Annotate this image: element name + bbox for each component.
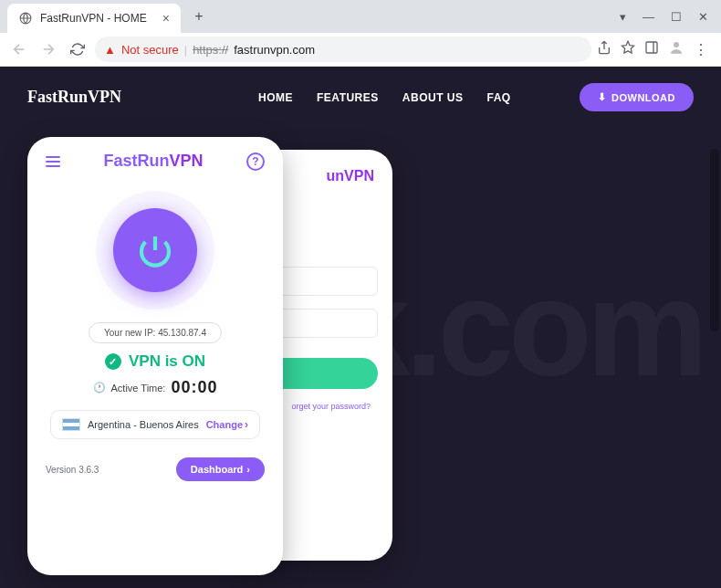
back-button[interactable] xyxy=(7,37,31,61)
download-icon: ⬇ xyxy=(598,91,607,103)
location-selector[interactable]: Argentina - Buenos Aires Change › xyxy=(50,410,260,439)
version-label: Version 3.6.3 xyxy=(46,465,99,475)
download-button[interactable]: ⬇ DOWNLOAD xyxy=(580,83,695,111)
menu-icon[interactable] xyxy=(46,156,60,167)
vpn-status: ✓ VPN is ON xyxy=(46,352,265,371)
close-tab-icon[interactable]: × xyxy=(162,11,170,26)
browser-tab[interactable]: FastRunVPN - HOME × xyxy=(7,4,181,33)
chevron-right-icon: › xyxy=(245,418,248,431)
scrollbar-thumb[interactable] xyxy=(710,149,719,331)
svg-point-4 xyxy=(674,42,679,47)
browser-chrome: FastRunVPN - HOME × + ▾ — ☐ ✕ ▲ Not secu… xyxy=(0,0,721,67)
nav-features[interactable]: FEATURES xyxy=(317,91,379,104)
profile-icon[interactable] xyxy=(668,39,684,59)
app-card-main: FastRunVPN ? Your new IP: 45.130.87.4 ✓ … xyxy=(27,137,283,575)
app-logo: FastRunVPN xyxy=(103,152,203,171)
power-glow xyxy=(96,191,214,310)
site-logo[interactable]: FastRunVPN xyxy=(27,88,121,107)
not-secure-label: Not secure xyxy=(121,43,179,57)
change-location-link[interactable]: Change › xyxy=(206,418,248,431)
menu-icon[interactable]: ⋮ xyxy=(694,41,708,58)
page-header: FastRunVPN HOME FEATURES ABOUT US FAQ ⬇ … xyxy=(0,67,721,128)
url-domain: fastrunvpn.com xyxy=(234,43,315,57)
svg-rect-2 xyxy=(646,42,657,53)
clock-icon: 🕐 xyxy=(93,382,106,394)
nav-faq[interactable]: FAQ xyxy=(486,91,510,104)
nav-about[interactable]: ABOUT US xyxy=(402,91,464,104)
tab-bar: FastRunVPN - HOME × + ▾ — ☐ ✕ xyxy=(0,0,721,33)
warning-icon: ▲ xyxy=(104,43,116,57)
close-window-icon[interactable]: ✕ xyxy=(698,10,708,24)
new-tab-button[interactable]: + xyxy=(188,8,210,25)
nav-home[interactable]: HOME xyxy=(258,91,293,104)
dashboard-button[interactable]: Dashboard › xyxy=(176,457,265,481)
check-icon: ✓ xyxy=(105,353,121,370)
forward-button[interactable] xyxy=(37,37,60,61)
active-time-value: 00:00 xyxy=(171,378,217,397)
logo-part-1: FastRun xyxy=(103,152,169,170)
logo-part-2: VPN xyxy=(169,152,203,170)
panel-icon[interactable] xyxy=(644,40,659,58)
svg-marker-1 xyxy=(622,41,633,53)
share-icon[interactable] xyxy=(597,40,611,58)
minimize-icon[interactable]: — xyxy=(643,10,654,24)
page-content: pcrisk.com FastRunVPN HOME FEATURES ABOU… xyxy=(0,67,721,588)
active-time: 🕐 Active Time: 00:00 xyxy=(46,378,265,397)
chevron-right-icon: › xyxy=(246,464,250,475)
globe-icon xyxy=(18,11,33,26)
star-icon[interactable] xyxy=(621,40,635,58)
ip-address-pill: Your new IP: 45.130.87.4 xyxy=(89,322,222,343)
power-icon xyxy=(137,232,173,268)
reload-button[interactable] xyxy=(66,37,89,61)
change-label: Change xyxy=(206,419,243,430)
dashboard-label: Dashboard xyxy=(191,464,243,475)
chevron-down-icon[interactable]: ▾ xyxy=(620,10,626,24)
power-button[interactable] xyxy=(113,208,197,292)
main-nav: HOME FEATURES ABOUT US FAQ xyxy=(258,91,511,104)
maximize-icon[interactable]: ☐ xyxy=(671,10,682,24)
vpn-status-text: VPN is ON xyxy=(129,352,205,371)
help-icon[interactable]: ? xyxy=(246,152,265,171)
address-row: ▲ Not secure | https://fastrunvpn.com ⋮ xyxy=(0,33,721,66)
address-bar[interactable]: ▲ Not secure | https://fastrunvpn.com xyxy=(95,37,591,62)
active-time-label: Active Time: xyxy=(111,383,166,394)
location-name: Argentina - Buenos Aires xyxy=(88,419,199,430)
argentina-flag-icon xyxy=(62,418,80,431)
url-protocol: https:// xyxy=(193,43,228,57)
logo-suffix-back: unVPN xyxy=(327,168,374,184)
download-label: DOWNLOAD xyxy=(611,92,675,103)
window-controls: ▾ — ☐ ✕ xyxy=(620,10,721,24)
tab-title: FastRunVPN - HOME xyxy=(40,12,147,25)
